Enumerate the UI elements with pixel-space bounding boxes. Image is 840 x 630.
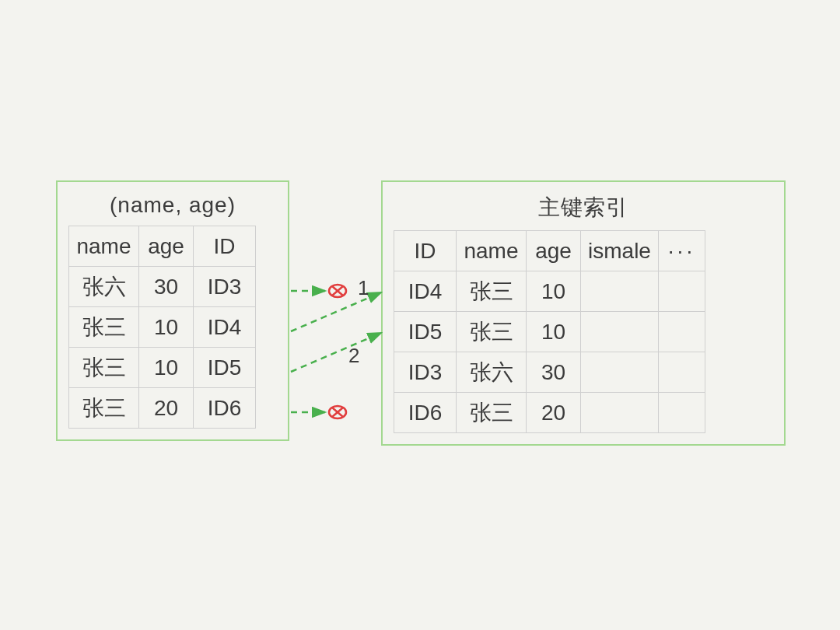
cell: 10 bbox=[527, 312, 581, 352]
primary-index-title: 主键索引 bbox=[394, 193, 773, 222]
cell: 张三 bbox=[457, 312, 527, 352]
cell bbox=[659, 352, 705, 393]
cell: ID3 bbox=[194, 267, 256, 307]
table-row: 张六 30 ID3 bbox=[69, 267, 256, 307]
cell bbox=[659, 271, 705, 312]
cell: ID6 bbox=[394, 393, 457, 433]
cell: 张三 bbox=[69, 348, 139, 388]
cell: ID5 bbox=[194, 348, 256, 388]
cell: 张三 bbox=[457, 393, 527, 433]
cell: 张三 bbox=[457, 271, 527, 312]
col-header: name bbox=[69, 226, 139, 267]
cross-circle-icon bbox=[329, 406, 346, 418]
cell: ID4 bbox=[394, 271, 457, 312]
table-row: ID6 张三 20 bbox=[394, 393, 705, 433]
table-row: ID3 张六 30 bbox=[394, 352, 705, 393]
cell: 30 bbox=[527, 352, 581, 393]
table-row: 张三 20 ID6 bbox=[69, 388, 256, 429]
cell: ID3 bbox=[394, 352, 457, 393]
cell bbox=[659, 393, 705, 433]
col-header: ID bbox=[194, 226, 256, 267]
col-header: ismale bbox=[581, 231, 659, 271]
arrow-lookup-2 bbox=[291, 333, 381, 372]
cell bbox=[581, 393, 659, 433]
cell: 10 bbox=[139, 307, 194, 348]
cell bbox=[659, 312, 705, 352]
cell: 张三 bbox=[69, 307, 139, 348]
cell: ID5 bbox=[394, 312, 457, 352]
arrow-label-1: 1 bbox=[358, 276, 369, 300]
col-header: ID bbox=[394, 231, 457, 271]
cell: 10 bbox=[139, 348, 194, 388]
cell bbox=[581, 271, 659, 312]
cell: 10 bbox=[527, 271, 581, 312]
col-header: ··· bbox=[659, 231, 705, 271]
cell: 20 bbox=[527, 393, 581, 433]
cell: ID4 bbox=[194, 307, 256, 348]
arrow-label-2: 2 bbox=[348, 344, 359, 368]
cell bbox=[581, 352, 659, 393]
col-header: name bbox=[457, 231, 527, 271]
table-row: 张三 10 ID4 bbox=[69, 307, 256, 348]
cell bbox=[581, 312, 659, 352]
cell: 张三 bbox=[69, 388, 139, 429]
cell: 张六 bbox=[457, 352, 527, 393]
secondary-index-title: (name, age) bbox=[68, 193, 277, 218]
primary-index-table: ID name age ismale ··· ID4 张三 10 ID5 张三 … bbox=[394, 230, 705, 433]
cross-icon bbox=[332, 408, 343, 417]
table-row: ID4 张三 10 bbox=[394, 271, 705, 312]
primary-index-panel: 主键索引 ID name age ismale ··· ID4 张三 10 ID… bbox=[381, 180, 786, 446]
col-header: age bbox=[139, 226, 194, 267]
secondary-index-table: name age ID 张六 30 ID3 张三 10 ID4 张三 10 ID… bbox=[68, 226, 256, 429]
table-row: 张三 10 ID5 bbox=[69, 348, 256, 388]
col-header: age bbox=[527, 231, 581, 271]
cell: 30 bbox=[139, 267, 194, 307]
cross-icon bbox=[332, 408, 343, 417]
cell: 张六 bbox=[69, 267, 139, 307]
cross-circle-icon bbox=[329, 285, 346, 297]
cell: 20 bbox=[139, 388, 194, 429]
secondary-index-panel: (name, age) name age ID 张六 30 ID3 张三 10 … bbox=[56, 180, 289, 441]
table-row: ID5 张三 10 bbox=[394, 312, 705, 352]
cross-icon bbox=[332, 286, 343, 296]
cross-icon bbox=[332, 286, 343, 296]
cell: ID6 bbox=[194, 388, 256, 429]
